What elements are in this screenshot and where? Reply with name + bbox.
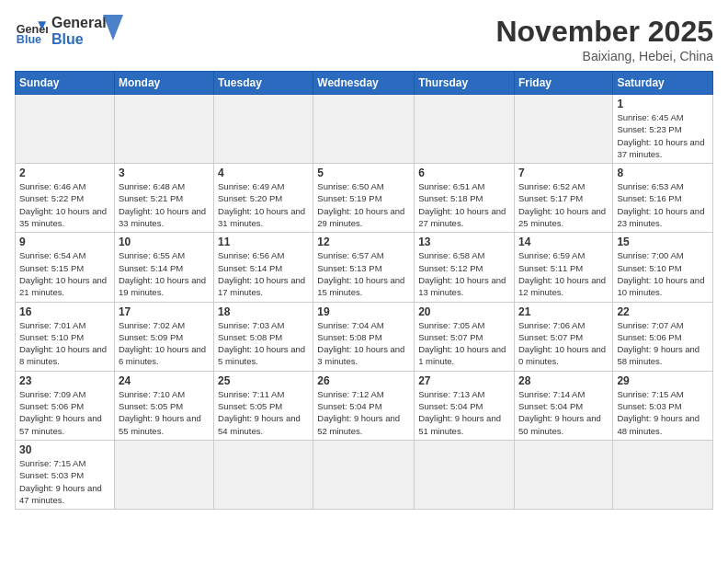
calendar-day-cell <box>114 440 213 509</box>
day-info: Sunrise: 6:58 AM Sunset: 5:12 PM Dayligh… <box>418 249 510 298</box>
day-number: 8 <box>617 167 709 179</box>
calendar-day-cell: 22Sunrise: 7:07 AM Sunset: 5:06 PM Dayli… <box>613 302 713 371</box>
day-info: Sunrise: 6:48 AM Sunset: 5:21 PM Dayligh… <box>119 180 210 229</box>
calendar-day-cell: 8Sunrise: 6:53 AM Sunset: 5:16 PM Daylig… <box>613 164 713 233</box>
calendar-day-cell <box>313 95 415 164</box>
title-block: November 2025 Baixiang, Hebei, China <box>495 15 713 63</box>
day-number: 14 <box>518 236 609 248</box>
calendar-day-cell: 10Sunrise: 6:55 AM Sunset: 5:14 PM Dayli… <box>114 233 213 302</box>
day-info: Sunrise: 6:54 AM Sunset: 5:15 PM Dayligh… <box>19 249 110 298</box>
calendar-day-cell: 7Sunrise: 6:52 AM Sunset: 5:17 PM Daylig… <box>514 164 612 233</box>
calendar-day-cell <box>214 440 313 509</box>
day-number: 13 <box>418 236 510 248</box>
calendar-week-row: 16Sunrise: 7:01 AM Sunset: 5:10 PM Dayli… <box>16 302 713 371</box>
weekday-header-thursday: Thursday <box>415 72 515 95</box>
calendar-week-row: 23Sunrise: 7:09 AM Sunset: 5:06 PM Dayli… <box>16 371 713 440</box>
weekday-header-friday: Friday <box>514 72 612 95</box>
day-info: Sunrise: 7:04 AM Sunset: 5:08 PM Dayligh… <box>317 319 410 368</box>
weekday-header-row: SundayMondayTuesdayWednesdayThursdayFrid… <box>16 72 713 95</box>
day-number: 27 <box>418 374 510 387</box>
calendar-day-cell: 29Sunrise: 7:15 AM Sunset: 5:03 PM Dayli… <box>613 371 713 440</box>
calendar-day-cell: 16Sunrise: 7:01 AM Sunset: 5:10 PM Dayli… <box>16 302 115 371</box>
day-info: Sunrise: 7:15 AM Sunset: 5:03 PM Dayligh… <box>617 388 709 437</box>
day-info: Sunrise: 7:01 AM Sunset: 5:10 PM Dayligh… <box>19 319 110 368</box>
day-info: Sunrise: 6:46 AM Sunset: 5:22 PM Dayligh… <box>19 180 110 229</box>
day-number: 20 <box>418 305 510 318</box>
day-number: 24 <box>119 374 210 387</box>
day-info: Sunrise: 7:15 AM Sunset: 5:03 PM Dayligh… <box>19 457 110 506</box>
logo-icon: General Blue <box>15 15 48 48</box>
calendar-day-cell: 24Sunrise: 7:10 AM Sunset: 5:05 PM Dayli… <box>114 371 213 440</box>
day-number: 18 <box>218 305 309 318</box>
day-number: 2 <box>19 167 110 179</box>
day-info: Sunrise: 7:05 AM Sunset: 5:07 PM Dayligh… <box>418 319 510 368</box>
day-number: 5 <box>317 167 410 179</box>
weekday-header-tuesday: Tuesday <box>214 72 313 95</box>
day-info: Sunrise: 7:13 AM Sunset: 5:04 PM Dayligh… <box>418 388 510 437</box>
day-info: Sunrise: 7:12 AM Sunset: 5:04 PM Dayligh… <box>317 388 410 437</box>
day-info: Sunrise: 6:51 AM Sunset: 5:18 PM Dayligh… <box>418 180 510 229</box>
day-info: Sunrise: 7:11 AM Sunset: 5:05 PM Dayligh… <box>218 388 309 437</box>
calendar-day-cell: 12Sunrise: 6:57 AM Sunset: 5:13 PM Dayli… <box>313 233 415 302</box>
location: Baixiang, Hebei, China <box>495 49 713 63</box>
calendar-day-cell: 26Sunrise: 7:12 AM Sunset: 5:04 PM Dayli… <box>313 371 415 440</box>
page-header: General Blue General Blue November 2025 … <box>15 15 713 63</box>
calendar-day-cell: 23Sunrise: 7:09 AM Sunset: 5:06 PM Dayli… <box>16 371 115 440</box>
calendar-day-cell: 9Sunrise: 6:54 AM Sunset: 5:15 PM Daylig… <box>16 233 115 302</box>
calendar-day-cell <box>415 440 515 509</box>
day-info: Sunrise: 6:52 AM Sunset: 5:17 PM Dayligh… <box>518 180 609 229</box>
day-number: 16 <box>19 305 110 318</box>
calendar-day-cell: 14Sunrise: 6:59 AM Sunset: 5:11 PM Dayli… <box>514 233 612 302</box>
day-info: Sunrise: 6:50 AM Sunset: 5:19 PM Dayligh… <box>317 180 410 229</box>
calendar-day-cell <box>415 95 515 164</box>
calendar-day-cell <box>613 440 713 509</box>
day-number: 26 <box>317 374 410 387</box>
day-info: Sunrise: 6:49 AM Sunset: 5:20 PM Dayligh… <box>218 180 309 229</box>
calendar-week-row: 9Sunrise: 6:54 AM Sunset: 5:15 PM Daylig… <box>16 233 713 302</box>
day-number: 9 <box>19 236 110 248</box>
weekday-header-monday: Monday <box>114 72 213 95</box>
day-info: Sunrise: 6:45 AM Sunset: 5:23 PM Dayligh… <box>617 111 709 160</box>
day-number: 6 <box>418 167 510 179</box>
month-title: November 2025 <box>495 15 713 49</box>
day-number: 12 <box>317 236 410 248</box>
weekday-header-saturday: Saturday <box>613 72 713 95</box>
day-info: Sunrise: 7:07 AM Sunset: 5:06 PM Dayligh… <box>617 319 709 368</box>
calendar-day-cell: 27Sunrise: 7:13 AM Sunset: 5:04 PM Dayli… <box>415 371 515 440</box>
day-number: 3 <box>119 167 210 179</box>
calendar-day-cell: 20Sunrise: 7:05 AM Sunset: 5:07 PM Dayli… <box>415 302 515 371</box>
day-number: 30 <box>19 443 110 456</box>
calendar-day-cell: 28Sunrise: 7:14 AM Sunset: 5:04 PM Dayli… <box>514 371 612 440</box>
day-number: 1 <box>617 98 709 110</box>
day-info: Sunrise: 7:00 AM Sunset: 5:10 PM Dayligh… <box>617 249 709 298</box>
calendar-day-cell: 19Sunrise: 7:04 AM Sunset: 5:08 PM Dayli… <box>313 302 415 371</box>
day-info: Sunrise: 7:10 AM Sunset: 5:05 PM Dayligh… <box>119 388 210 437</box>
day-info: Sunrise: 7:02 AM Sunset: 5:09 PM Dayligh… <box>119 319 210 368</box>
calendar-day-cell <box>514 95 612 164</box>
svg-text:Blue: Blue <box>17 33 41 46</box>
day-number: 22 <box>617 305 709 318</box>
day-number: 7 <box>518 167 609 179</box>
logo-triangle-icon <box>103 15 123 40</box>
day-info: Sunrise: 7:09 AM Sunset: 5:06 PM Dayligh… <box>19 388 110 437</box>
day-info: Sunrise: 7:03 AM Sunset: 5:08 PM Dayligh… <box>218 319 309 368</box>
day-info: Sunrise: 6:55 AM Sunset: 5:14 PM Dayligh… <box>119 249 210 298</box>
day-number: 23 <box>19 374 110 387</box>
calendar-day-cell: 21Sunrise: 7:06 AM Sunset: 5:07 PM Dayli… <box>514 302 612 371</box>
calendar-day-cell <box>214 95 313 164</box>
day-number: 11 <box>218 236 309 248</box>
weekday-header-sunday: Sunday <box>16 72 115 95</box>
weekday-header-wednesday: Wednesday <box>313 72 415 95</box>
calendar-day-cell: 15Sunrise: 7:00 AM Sunset: 5:10 PM Dayli… <box>613 233 713 302</box>
logo: General Blue General Blue <box>15 15 123 48</box>
day-number: 4 <box>218 167 309 179</box>
day-number: 15 <box>617 236 709 248</box>
svg-marker-3 <box>103 15 123 40</box>
day-info: Sunrise: 7:06 AM Sunset: 5:07 PM Dayligh… <box>518 319 609 368</box>
day-info: Sunrise: 6:53 AM Sunset: 5:16 PM Dayligh… <box>617 180 709 229</box>
day-info: Sunrise: 7:14 AM Sunset: 5:04 PM Dayligh… <box>518 388 609 437</box>
calendar-day-cell: 3Sunrise: 6:48 AM Sunset: 5:21 PM Daylig… <box>114 164 213 233</box>
calendar-day-cell: 17Sunrise: 7:02 AM Sunset: 5:09 PM Dayli… <box>114 302 213 371</box>
day-number: 29 <box>617 374 709 387</box>
logo-general-text: General <box>51 15 107 31</box>
